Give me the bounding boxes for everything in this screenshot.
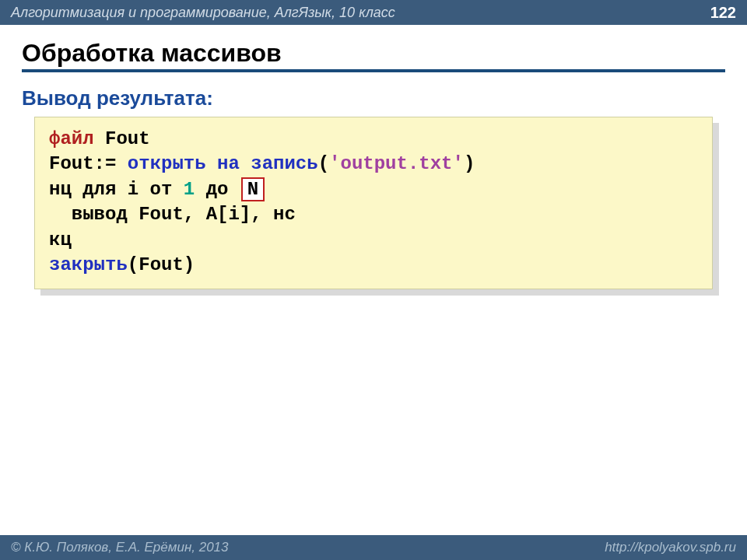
breadcrumb: Алгоритмизация и программирование, АлгЯз… [11,5,710,21]
footer-copyright: © К.Ю. Поляков, Е.А. Ерёмин, 2013 [11,540,229,555]
code-block: файл Fout Fout:= открыть на запись('outp… [34,117,713,289]
header-bar: Алгоритмизация и программирование, АлгЯз… [0,0,747,25]
footer-url: http://kpolyakov.spb.ru [605,540,736,555]
boxed-variable: N [241,177,265,202]
code-line-1: файл Fout [49,127,698,152]
code-text: (Fout) [128,254,195,275]
title-underline [22,69,725,72]
keyword-open: открыть на запись [128,153,318,174]
code-text: Fout:= [49,153,128,174]
code-line-6: закрыть(Fout) [49,253,698,278]
code-text: Fout [94,128,150,149]
code-text: вывод Fout, A[i], нс [49,204,296,225]
code-line-2: Fout:= открыть на запись('output.txt') [49,152,698,177]
code-line-3: нц для i от 1 до N [49,177,698,202]
code-line-4: вывод Fout, A[i], нс [49,202,698,227]
code-text: ( [318,153,329,174]
code-line-5: кц [49,228,698,253]
code-text: нц для i от [49,179,184,200]
keyword-file: файл [49,128,94,149]
code-text: кц [49,229,72,250]
number-literal: 1 [184,179,195,200]
slide-title: Обработка массивов [22,39,725,68]
code-text: ) [464,153,475,174]
keyword-close: закрыть [49,254,128,275]
code-block-container: файл Fout Fout:= открыть на запись('outp… [34,117,713,289]
subtitle: Вывод результата: [22,86,725,110]
string-literal: 'output.txt' [329,153,464,174]
footer-bar: © К.Ю. Поляков, Е.А. Ерёмин, 2013 http:/… [0,535,747,560]
code-text: до [195,179,240,200]
page-number: 122 [710,4,736,22]
